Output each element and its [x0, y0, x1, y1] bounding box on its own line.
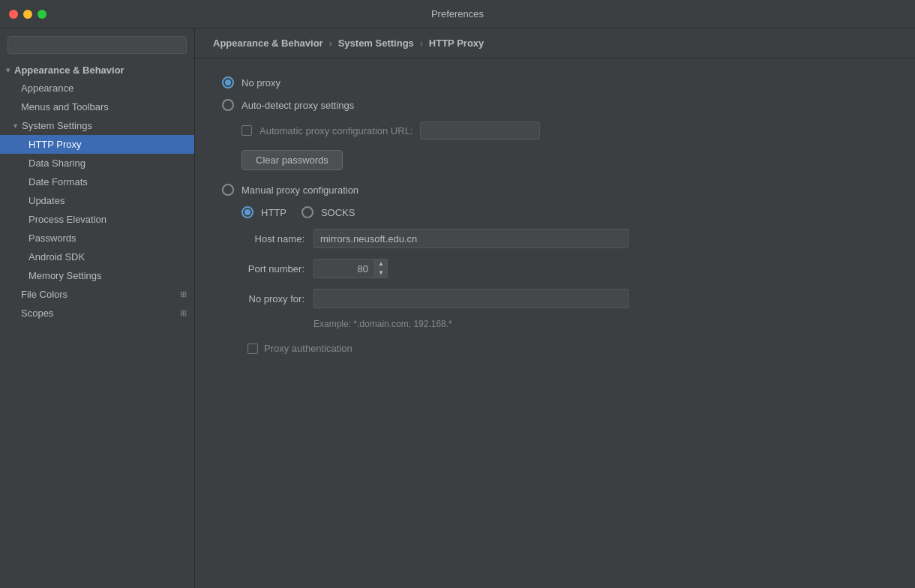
sidebar-item-scopes[interactable]: Scopes ⊞ [0, 304, 194, 322]
maximize-button[interactable] [38, 10, 46, 19]
content-area: Appearance & Behavior › System Settings … [195, 28, 915, 588]
clear-passwords-section: Clear passwords [242, 150, 888, 184]
search-wrapper: 🔍 [8, 36, 187, 54]
search-input[interactable] [8, 36, 187, 54]
port-number-label: Port number: [222, 263, 304, 274]
sidebar-group-label: Appearance & Behavior [14, 64, 124, 76]
radio-auto-detect-label: Auto-detect proxy settings [242, 100, 354, 111]
chevron-down-icon: ▾ [14, 122, 17, 130]
radio-http[interactable]: HTTP [242, 206, 286, 218]
sidebar-subgroup-system-settings: ▾ System Settings HTTP Proxy Data Sharin… [0, 116, 194, 285]
sidebar-item-menus-toolbars[interactable]: Menus and Toolbars [0, 98, 194, 116]
title-bar: Preferences [0, 0, 915, 28]
radio-auto-detect[interactable]: Auto-detect proxy settings [222, 99, 888, 111]
port-decrement-button[interactable]: ▼ [375, 269, 387, 278]
scopes-icon: ⊞ [180, 308, 187, 318]
sidebar-item-label: Android SDK [28, 251, 85, 262]
sidebar-item-label: Updates [28, 195, 64, 206]
sidebar-subgroup-header-system-settings[interactable]: ▾ System Settings [0, 116, 194, 135]
sidebar-item-label: Date Formats [28, 176, 88, 188]
auto-config-label: Automatic proxy configuration URL: [260, 125, 412, 136]
port-number-input[interactable] [314, 260, 374, 278]
sidebar-item-label: Passwords [28, 232, 76, 244]
auto-config-url-input-box [420, 122, 540, 140]
sidebar-item-memory-settings[interactable]: Memory Settings [0, 266, 194, 285]
sidebar-group-appearance-behavior[interactable]: ▾ Appearance & Behavior [0, 62, 194, 79]
radio-socks-label: SOCKS [321, 207, 356, 218]
no-proxy-for-label: No proxy for: [222, 293, 304, 304]
proxy-auth-row: Proxy authentication [222, 343, 888, 354]
port-input-wrapper: ▲ ▼ [314, 259, 388, 278]
sidebar-item-updates[interactable]: Updates [0, 191, 194, 210]
sidebar-item-label: HTTP Proxy [28, 139, 82, 150]
sidebar: 🔍 ▾ Appearance & Behavior Appearance Men… [0, 28, 195, 588]
auto-config-checkbox[interactable] [242, 125, 252, 136]
sidebar-item-http-proxy[interactable]: HTTP Proxy [0, 135, 194, 154]
breadcrumb-part-1: Appearance & Behavior [213, 38, 323, 49]
radio-http-label: HTTP [261, 207, 286, 218]
radio-manual-label: Manual proxy configuration [242, 184, 358, 196]
auto-config-section: Automatic proxy configuration URL: [242, 122, 888, 140]
sidebar-item-data-sharing[interactable]: Data Sharing [0, 154, 194, 172]
auto-config-url-row: Automatic proxy configuration URL: [242, 122, 888, 140]
breadcrumb-sep-1: › [329, 38, 332, 49]
main-layout: 🔍 ▾ Appearance & Behavior Appearance Men… [0, 28, 915, 588]
radio-http-circle[interactable] [242, 206, 254, 218]
traffic-lights [9, 10, 46, 19]
host-name-row: Host name: [222, 229, 888, 248]
content-scroll: No proxy Auto-detect proxy settings Auto… [195, 58, 915, 588]
breadcrumb-part-2: System Settings [338, 38, 414, 49]
breadcrumb: Appearance & Behavior › System Settings … [195, 28, 915, 58]
sidebar-item-label: Memory Settings [28, 270, 102, 281]
radio-manual-circle[interactable] [222, 184, 234, 196]
port-number-row: Port number: ▲ ▼ [222, 259, 888, 278]
sidebar-item-android-sdk[interactable]: Android SDK [0, 248, 194, 266]
protocol-radio-row: HTTP SOCKS [242, 206, 888, 218]
radio-no-proxy-label: No proxy [242, 77, 280, 88]
search-container: 🔍 [0, 28, 194, 60]
radio-auto-detect-circle[interactable] [222, 99, 234, 111]
port-increment-button[interactable]: ▲ [375, 260, 387, 269]
no-proxy-for-input[interactable] [314, 289, 628, 308]
radio-no-proxy[interactable]: No proxy [222, 76, 888, 88]
sidebar-item-file-colors[interactable]: File Colors ⊞ [0, 285, 194, 304]
sidebar-section-appearance: ▾ Appearance & Behavior Appearance Menus… [0, 60, 194, 324]
port-spinners: ▲ ▼ [374, 260, 387, 278]
sidebar-item-label: Process Elevation [28, 214, 106, 225]
sidebar-item-label: Scopes [21, 308, 53, 319]
window-title: Preferences [431, 8, 484, 20]
radio-manual[interactable]: Manual proxy configuration [222, 184, 888, 196]
sidebar-item-label: Appearance [21, 82, 74, 94]
sidebar-item-passwords[interactable]: Passwords [0, 229, 194, 248]
sidebar-item-process-elevation[interactable]: Process Elevation [0, 210, 194, 229]
clear-passwords-button[interactable]: Clear passwords [242, 150, 343, 170]
breadcrumb-part-3: HTTP Proxy [429, 38, 484, 49]
host-name-input[interactable] [314, 229, 628, 248]
radio-socks[interactable]: SOCKS [302, 206, 356, 218]
chevron-down-icon: ▾ [6, 66, 10, 74]
radio-no-proxy-circle[interactable] [222, 76, 234, 88]
host-name-label: Host name: [222, 233, 304, 244]
sidebar-item-date-formats[interactable]: Date Formats [0, 172, 194, 191]
breadcrumb-sep-2: › [420, 38, 423, 49]
file-colors-icon: ⊞ [180, 290, 187, 299]
radio-socks-circle[interactable] [302, 206, 314, 218]
sidebar-item-label: Menus and Toolbars [21, 101, 109, 112]
close-button[interactable] [9, 10, 18, 19]
sidebar-item-label: File Colors [21, 289, 68, 300]
sidebar-subgroup-label: System Settings [22, 120, 92, 131]
sidebar-item-label: Data Sharing [28, 158, 86, 169]
no-proxy-row: No proxy for: [222, 289, 888, 308]
proxy-auth-checkbox[interactable] [248, 344, 258, 354]
no-proxy-example: Example: *.domain.com, 192.168.* [314, 319, 888, 329]
proxy-auth-label: Proxy authentication [264, 343, 352, 354]
minimize-button[interactable] [23, 10, 32, 19]
sidebar-item-appearance[interactable]: Appearance [0, 79, 194, 98]
